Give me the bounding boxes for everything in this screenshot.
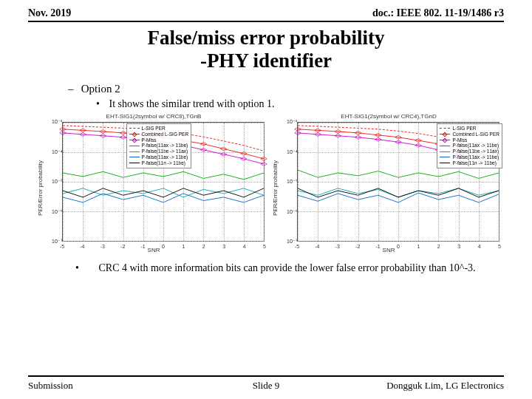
footer-left: Submission — [28, 380, 73, 392]
header-date: Nov. 2019 — [28, 7, 71, 19]
legend-line-icon — [440, 140, 450, 140]
chart-xtick: 4 — [478, 244, 481, 249]
legend-line-icon — [440, 134, 450, 134]
chart-right: EHT-SIG1(2symbol w/ CRC4),TGnDPER/Error … — [273, 115, 504, 255]
chart-legend-row: P-false(11be -> 11ax) — [440, 149, 499, 154]
chart-legend-row: Combined L-SIG PER — [440, 132, 499, 137]
legend-line-icon — [129, 146, 140, 146]
chart-xtick: -4 — [315, 244, 319, 249]
legend-label: P-false(11ax -> 11be) — [142, 143, 188, 149]
chart-xtick: -3 — [100, 244, 105, 249]
charts-row: EHT-SIG1(2symbol w/ CRC8),TGnBPER/Error … — [38, 115, 504, 255]
legend-line-icon — [129, 151, 140, 152]
legend-label: P-false(11ax -> 11be) — [452, 154, 499, 160]
legend-line-icon — [129, 128, 140, 129]
slide-header: Nov. 2019 doc.: IEEE 802. 11-19/1486 r3 — [0, 0, 532, 21]
chart-xlabel: SNR — [148, 247, 160, 253]
chart-legend-row: L-SIG PER — [440, 126, 499, 132]
chart-xtick: -3 — [335, 244, 340, 249]
footer-right: Dongguk Lim, LG Electronics — [386, 380, 504, 392]
chart-legend-row: P-false(11ax -> 11be) — [129, 154, 189, 160]
chart-xtick: 2 — [202, 244, 205, 249]
chart-ytick: 10⁻⁵ — [287, 179, 296, 185]
chart-xtick: 5 — [498, 244, 501, 249]
footer-slide-number: Slide 9 — [253, 380, 279, 392]
legend-line-icon — [440, 151, 450, 152]
chart-series-line — [63, 194, 264, 202]
legend-label: L-SIG PER — [142, 126, 166, 132]
chart-legend: L-SIG PERCombined L-SIG PERP-MissP-false… — [437, 123, 502, 168]
chart-legend-row: P-Miss — [440, 137, 499, 143]
chart-ytick: 10⁻⁵ — [52, 179, 61, 185]
chart-xlabel: SNR — [383, 247, 395, 253]
chart-ylabel: PER/Error probability — [37, 160, 44, 216]
dash-bullet: – — [68, 83, 78, 95]
legend-label: P-Miss — [452, 137, 467, 143]
chart-xtick: -1 — [140, 244, 145, 249]
chart-series-line — [298, 193, 499, 202]
header-rule — [28, 21, 504, 22]
legend-label: P-false(11ax -> 11be) — [142, 154, 188, 160]
chart-xtick: 5 — [263, 244, 266, 249]
chart-xtick: -2 — [355, 244, 360, 249]
option-row: – Option 2 — [68, 83, 488, 95]
chart-xtick: -4 — [80, 244, 84, 249]
title-line-2: -PHY identifier — [0, 50, 532, 72]
chart-legend-row: L-SIG PER — [129, 126, 189, 132]
chart-ytick: 10⁻³ — [287, 119, 296, 125]
header-doc: doc.: IEEE 802. 11-19/1486 r3 — [372, 7, 504, 19]
chart-ytick: 10⁻⁶ — [52, 209, 61, 215]
chart-series-line — [63, 171, 264, 180]
chart-legend-row: Combined L-SIG PER — [129, 132, 189, 137]
chart-xtick: -5 — [295, 244, 299, 249]
chart-series-line — [298, 170, 499, 178]
chart-ylabel: PER/Error probability — [272, 160, 279, 216]
chart-xtick: 0 — [397, 244, 400, 249]
legend-line-icon — [440, 163, 450, 163]
chart-xtick: 4 — [243, 244, 246, 249]
footer-rule — [28, 375, 504, 377]
slide-content: – Option 2 • It shows the similar trend … — [0, 72, 532, 110]
legend-label: P-Miss — [142, 137, 157, 143]
chart-ytick: 10⁻⁴ — [52, 149, 61, 155]
chart-xtick: 1 — [417, 244, 420, 249]
legend-line-icon — [440, 146, 450, 146]
sub-bullet-1-text: It shows the similar trend with option 1… — [109, 98, 275, 109]
legend-label: Combined L-SIG PER — [142, 132, 189, 137]
legend-line-icon — [129, 163, 140, 163]
legend-label: P-false(11ax -> 11be) — [452, 143, 499, 149]
chart-xtick: -2 — [120, 244, 125, 249]
legend-line-icon — [129, 134, 140, 134]
sub-bullet-2: • CRC 4 with more information bits can p… — [96, 262, 488, 274]
chart-xtick: 3 — [457, 244, 460, 249]
chart-legend: L-SIG PERCombined L-SIG PERP-MissP-false… — [126, 123, 192, 168]
option-label: Option 2 — [81, 83, 120, 95]
legend-line-icon — [129, 140, 140, 140]
chart-legend-row: P-false(11be -> 11ax) — [129, 149, 189, 154]
chart-xtick: 2 — [437, 244, 440, 249]
legend-line-icon — [440, 157, 450, 157]
legend-line-icon — [440, 128, 450, 129]
slide-footer: Submission Slide 9 Dongguk Lim, LG Elect… — [0, 375, 532, 392]
chart-legend-row: P-false(11ax -> 11be) — [129, 143, 189, 149]
legend-label: L-SIG PER — [452, 126, 476, 132]
sub-bullet-2-text: CRC 4 with more information bits can pro… — [99, 262, 476, 273]
chart-legend-row: P-false(11n -> 11be) — [129, 160, 189, 166]
chart-xtick: -1 — [375, 244, 380, 249]
chart-xtick: -5 — [60, 244, 64, 249]
chart-ytick: 10⁻⁶ — [287, 209, 296, 215]
chart-legend-row: P-false(11ax -> 11be) — [440, 143, 499, 149]
chart-title: EHT-SIG1(2symbol w/ CRC4),TGnD — [341, 113, 436, 120]
chart-series-line — [298, 188, 499, 197]
sub-bullet-1: • It shows the similar trend with option… — [96, 98, 488, 110]
legend-label: P-false(11n -> 11be) — [452, 160, 496, 166]
chart-ytick: 10⁻⁴ — [287, 149, 296, 155]
dot-bullet: • — [96, 98, 106, 110]
title-line-1: False/miss error probability — [0, 27, 532, 50]
chart-xtick: 3 — [222, 244, 225, 249]
chart-legend-row: P-Miss — [129, 137, 189, 143]
chart-legend-row: P-false(11n -> 11be) — [440, 160, 499, 166]
chart-left: EHT-SIG1(2symbol w/ CRC8),TGnBPER/Error … — [38, 115, 269, 255]
legend-line-icon — [129, 157, 140, 157]
chart-xtick: 0 — [162, 244, 165, 249]
